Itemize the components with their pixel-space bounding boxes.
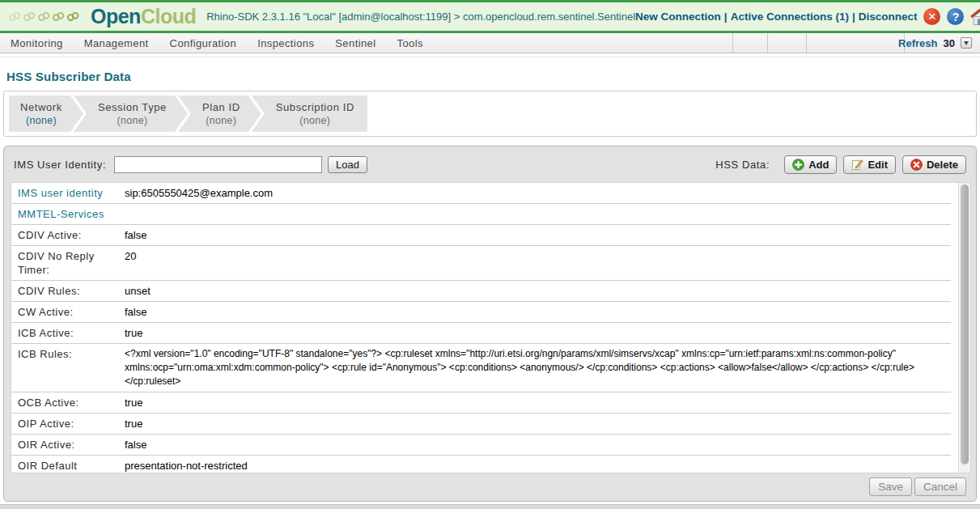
wizard-step-subscription-id[interactable]: Subscription ID(none) bbox=[252, 95, 367, 132]
table-row: CDIV No Reply Timer:20 bbox=[11, 246, 951, 281]
table-row: MMTEL-Services bbox=[11, 204, 951, 225]
row-label: CDIV Rules: bbox=[11, 284, 115, 298]
wizard-step-value: (none) bbox=[206, 114, 236, 128]
nav-separator: | bbox=[849, 11, 859, 23]
menubar-item-management[interactable]: Management bbox=[74, 37, 159, 49]
save-button[interactable]: Save bbox=[869, 477, 912, 496]
wizard-step-label: Plan ID bbox=[202, 100, 240, 114]
delete-icon bbox=[910, 159, 923, 171]
refresh-link[interactable]: Refresh bbox=[898, 37, 937, 49]
close-icon[interactable]: ✕ bbox=[923, 8, 940, 25]
row-label: OIR Default Behaviour: bbox=[11, 459, 115, 473]
delete-button[interactable]: Delete bbox=[902, 155, 966, 174]
row-label: ICB Active: bbox=[11, 326, 115, 340]
ims-user-identity-input[interactable] bbox=[114, 156, 322, 173]
row-label: OCB Active: bbox=[11, 396, 115, 409]
hss-data-label: HSS Data: bbox=[715, 159, 770, 171]
wizard-step-label: Subscription ID bbox=[276, 100, 354, 114]
row-value: false bbox=[115, 438, 951, 452]
edit-button-label: Edit bbox=[868, 159, 888, 171]
refresh-interval-value: 30 bbox=[944, 37, 955, 49]
home-icon[interactable] bbox=[970, 9, 980, 25]
wizard-step-value: (none) bbox=[117, 114, 147, 128]
menubar-separator bbox=[767, 33, 768, 53]
vertical-scrollbar[interactable] bbox=[958, 183, 970, 473]
connection-title: Rhino-SDK 2.3.1.16 "Local" [admin@localh… bbox=[206, 11, 635, 23]
row-value: false bbox=[115, 305, 951, 319]
table-row: OCB Active:true bbox=[11, 392, 951, 414]
menubar-separator bbox=[732, 33, 733, 53]
row-value: <?xml version="1.0" encoding="UTF-8" sta… bbox=[115, 347, 951, 388]
add-icon bbox=[792, 159, 804, 171]
wizard-step-label: Network bbox=[20, 100, 62, 114]
row-value: presentation-not-restricted bbox=[115, 459, 951, 473]
hss-subscriber-panel: IMS User Identity: Load HSS Data: Add Ed… bbox=[3, 146, 977, 502]
nav-separator: | bbox=[721, 11, 731, 23]
logo-open: Open bbox=[91, 5, 141, 28]
selection-wizard-breadcrumb: Network(none)Session Type(none)Plan ID(n… bbox=[3, 91, 977, 137]
row-label: CDIV Active: bbox=[11, 228, 115, 242]
scrollbar-thumb[interactable] bbox=[961, 185, 969, 464]
add-button[interactable]: Add bbox=[784, 155, 837, 174]
menubar-item-tools[interactable]: Tools bbox=[386, 37, 433, 49]
wizard-step-session-type[interactable]: Session Type(none) bbox=[74, 95, 188, 132]
edit-icon bbox=[851, 159, 863, 171]
row-label: OIP Active: bbox=[11, 417, 115, 431]
header-nav: New Connection|Active Connections (1)|Di… bbox=[635, 11, 917, 23]
row-value: 20 bbox=[115, 249, 951, 277]
wizard-step-network[interactable]: Network(none) bbox=[9, 95, 83, 132]
logo-cloud: Cloud bbox=[141, 5, 196, 28]
table-row: IMS user identitysip:6505550425@example.… bbox=[11, 183, 951, 204]
ims-user-identity-label: IMS User Identity: bbox=[14, 159, 106, 171]
row-label: ICB Rules: bbox=[11, 347, 115, 388]
table-row: CW Active:false bbox=[11, 302, 951, 323]
row-label: CW Active: bbox=[11, 305, 115, 319]
delete-button-label: Delete bbox=[927, 159, 958, 171]
table-row: ICB Rules:<?xml version="1.0" encoding="… bbox=[11, 344, 951, 392]
active-connections-link[interactable]: Active Connections (1) bbox=[731, 11, 849, 23]
row-value: false bbox=[115, 228, 951, 242]
wizard-step-label: Session Type bbox=[98, 100, 167, 114]
row-value: true bbox=[115, 396, 951, 409]
wizard-step-plan-id[interactable]: Plan ID(none) bbox=[178, 95, 261, 132]
disconnect-link[interactable]: Disconnect bbox=[859, 11, 918, 23]
menubar-item-inspections[interactable]: Inspections bbox=[247, 37, 325, 49]
table-row: CDIV Active:false bbox=[11, 225, 951, 246]
chain-links-logo-icon bbox=[8, 11, 79, 23]
menubar-item-configuration[interactable]: Configuration bbox=[159, 37, 248, 49]
load-button[interactable]: Load bbox=[328, 156, 367, 173]
table-row: ICB Active:true bbox=[11, 323, 951, 344]
row-value: unset bbox=[115, 284, 951, 298]
opencloud-logo: OpenCloud bbox=[91, 5, 196, 28]
panel-footer: Save Cancel bbox=[869, 477, 966, 496]
help-icon[interactable]: ? bbox=[947, 8, 964, 25]
page-title: HSS Subscriber Data bbox=[6, 70, 980, 83]
table-row: OIR Active:false bbox=[11, 435, 951, 456]
row-label: OIR Active: bbox=[11, 438, 115, 452]
row-value: true bbox=[115, 326, 951, 340]
menubar: MonitoringManagementConfigurationInspect… bbox=[0, 33, 980, 53]
app-header: OpenCloud Rhino-SDK 2.3.1.16 "Local" [ad… bbox=[0, 2, 980, 31]
table-row: OIR Default Behaviour:presentation-not-r… bbox=[11, 456, 951, 473]
add-button-label: Add bbox=[808, 159, 829, 171]
new-connection-link[interactable]: New Connection bbox=[635, 11, 721, 23]
row-label[interactable]: MMTEL-Services bbox=[11, 207, 104, 221]
wizard-step-value: (none) bbox=[299, 114, 330, 128]
table-row: OIP Active:true bbox=[11, 414, 951, 435]
table-row: CDIV Rules:unset bbox=[11, 281, 951, 302]
row-label[interactable]: IMS user identity bbox=[11, 186, 115, 200]
row-label: CDIV No Reply Timer: bbox=[11, 249, 115, 277]
menubar-separator bbox=[806, 33, 807, 53]
wizard-step-value[interactable]: (none) bbox=[26, 114, 57, 128]
toolbar-hairline bbox=[0, 57, 980, 57]
stepper-down-arrow-icon bbox=[964, 41, 969, 45]
subscriber-data-table-viewport: IMS user identitysip:6505550425@example.… bbox=[11, 182, 971, 473]
menubar-item-monitoring[interactable]: Monitoring bbox=[0, 37, 74, 49]
cancel-button[interactable]: Cancel bbox=[914, 477, 966, 496]
row-value: sip:6505550425@example.com bbox=[115, 186, 951, 200]
refresh-interval-stepper[interactable] bbox=[961, 37, 972, 49]
panel-toolbar: IMS User Identity: Load HSS Data: Add Ed… bbox=[4, 146, 976, 182]
edit-button[interactable]: Edit bbox=[843, 155, 896, 174]
menubar-item-sentinel[interactable]: Sentinel bbox=[325, 37, 386, 49]
subscriber-data-table: IMS user identitysip:6505550425@example.… bbox=[11, 183, 970, 473]
